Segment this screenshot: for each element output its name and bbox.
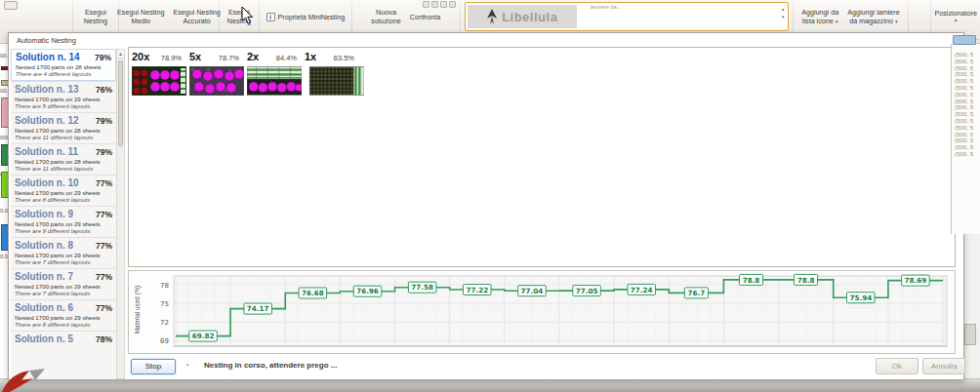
material-used-chart: 6972757869.8274.1776.6876.9677.5877.2277… xyxy=(137,272,953,354)
solution-list: Solution n. 14 79% Nested 1700 parts on … xyxy=(11,49,116,379)
machine-selector[interactable]: Libellula lamiere da... ▴ ▾ xyxy=(465,2,789,31)
svg-text:77.24: 77.24 xyxy=(631,286,653,294)
chevron-down-icon: ▾ xyxy=(955,18,958,24)
svg-text:74.17: 74.17 xyxy=(247,304,269,313)
esegui-nesting-accurato-button[interactable]: Esegui Nesting Accurato xyxy=(170,7,223,26)
nuova-soluzione-button[interactable]: Nuova soluzione xyxy=(368,7,403,26)
svg-text:75: 75 xyxy=(160,300,169,308)
cancel-button[interactable]: Annulla xyxy=(922,358,965,374)
solution-percentage: 77% xyxy=(96,210,112,219)
solution-list-scrollbar[interactable]: ▲ xyxy=(116,49,125,379)
solution-percentage: 76% xyxy=(96,85,112,95)
solution-percentage: 77% xyxy=(96,178,112,188)
solution-name: Solution n. 14 xyxy=(16,52,95,62)
svg-text:78.8: 78.8 xyxy=(797,276,815,285)
svg-text:76.7: 76.7 xyxy=(687,289,705,297)
svg-text:76.96: 76.96 xyxy=(356,287,379,295)
sheet-thumbnail-5x[interactable] xyxy=(189,66,244,96)
proprieta-mininesting-button[interactable]: i Proprietà MiniNesting xyxy=(264,12,348,22)
solution-name: Solution n. 8 xyxy=(15,240,96,251)
dialog-title: Automatic Nesting xyxy=(17,36,76,45)
svg-text:78: 78 xyxy=(160,282,169,290)
sheet-thumbnail-1x[interactable] xyxy=(309,66,364,96)
screen: Esegui Nesting Modo B... Esegui Nesting … xyxy=(0,0,980,392)
ok-button[interactable]: Ok xyxy=(876,358,919,374)
machine-spinner[interactable]: ▴ ▾ xyxy=(782,7,785,20)
solution-name: Solution n. 10 xyxy=(15,177,96,188)
background-scrollbar-fragment xyxy=(964,324,976,345)
solution-list-item[interactable]: Solution n. 11 79% Nested 1700 parts on … xyxy=(11,143,116,175)
svg-text:77.05: 77.05 xyxy=(576,287,598,295)
tool-icon[interactable] xyxy=(449,1,456,8)
svg-text:77.22: 77.22 xyxy=(466,286,488,294)
solution-parts-info: Nested 1700 parts on 29 sheets xyxy=(15,314,112,321)
material-used-chart-panel: Material used (%) 6972757869.8274.1776.6… xyxy=(128,270,956,354)
svg-text:69: 69 xyxy=(160,337,169,345)
sheet-thumbnail-20x[interactable] xyxy=(132,66,186,96)
solution-layouts-info: There are 9 different layouts xyxy=(15,227,112,234)
solution-parts-info: Nested 1700 parts on 29 sheets xyxy=(15,96,112,102)
solution-percentage: 79% xyxy=(96,116,112,126)
chevron-down-icon[interactable]: ▾ xyxy=(782,15,785,20)
stop-button[interactable]: Stop xyxy=(131,359,176,374)
solution-layouts-info: There are 8 different layouts xyxy=(15,321,112,328)
machine-note: lamiere da... xyxy=(591,4,622,10)
confronta-button[interactable]: Confronta xyxy=(407,12,444,22)
solution-name: Solution n. 12 xyxy=(15,115,96,126)
solution-list-item[interactable]: Solution n. 7 77% Nested 1700 parts on 2… xyxy=(11,268,116,299)
solution-list-item[interactable]: Solution n. 5 78% xyxy=(11,331,116,347)
solution-parts-info: Nested 1700 parts on 28 sheets xyxy=(15,158,112,165)
solution-parts-info: Nested 1700 parts on 29 sheets xyxy=(15,252,112,258)
solution-layouts-info: There are 11 different layouts xyxy=(15,134,112,140)
aggiungi-lamiere-da-magazzino-button[interactable]: Aggiungi lamiere da magazzino ▾ xyxy=(844,7,903,26)
solution-percentage: 78% xyxy=(96,334,112,344)
solution-list-item[interactable]: Solution n. 9 77% Nested 1700 parts on 2… xyxy=(11,206,116,237)
aggiungi-da-lista-icone-button[interactable]: Aggiungi da lista icone ▾ xyxy=(798,7,841,26)
solution-parts-info: Nested 1700 parts on 29 sheets xyxy=(15,220,112,227)
solution-parts-info: Nested 1700 parts on 28 sheets xyxy=(15,127,112,134)
tool-icon[interactable] xyxy=(431,1,438,8)
background-sheet-list: (500, 5(500, 5(500, 5(500, 5(500, 5(500,… xyxy=(951,44,980,234)
solution-parts-info: Nested 1700 parts on 29 sheets xyxy=(15,189,112,196)
chevron-down-icon: ▾ xyxy=(836,19,838,24)
posizionatore-button[interactable]: Posizionatore ▾ xyxy=(931,8,980,25)
tool-icon[interactable] xyxy=(423,1,429,8)
svg-text:69.82: 69.82 xyxy=(192,332,215,340)
solution-percentage: 77% xyxy=(96,241,112,251)
svg-text:77.04: 77.04 xyxy=(521,287,544,295)
solution-parts-info: Nested 1700 parts on 28 sheets xyxy=(16,63,111,70)
automatic-nesting-dialog: Automatic Nesting Solution n. 14 79% Nes… xyxy=(8,32,964,380)
sheet-thumbnails xyxy=(132,66,364,96)
solution-name: Solution n. 5 xyxy=(15,333,96,344)
solution-list-item[interactable]: Solution n. 14 79% Nested 1700 parts on … xyxy=(11,49,116,81)
solution-percentage: 79% xyxy=(96,147,112,157)
solution-percentage: 79% xyxy=(95,53,111,62)
scrollbar-thumb[interactable] xyxy=(118,60,123,146)
app-icon xyxy=(4,1,18,10)
chevron-up-icon[interactable]: ▴ xyxy=(782,7,785,12)
svg-text:72: 72 xyxy=(160,319,169,327)
solution-list-item[interactable]: Solution n. 12 79% Nested 1700 parts on … xyxy=(11,112,116,143)
tool-icon[interactable] xyxy=(440,1,447,8)
solution-list-item[interactable]: Solution n. 8 77% Nested 1700 parts on 2… xyxy=(11,237,116,268)
mouse-cursor xyxy=(241,6,254,24)
solution-layouts-info: There are 7 different layouts xyxy=(15,290,112,296)
solution-layouts-info: There are 11 different layouts xyxy=(15,165,112,172)
background-fragment xyxy=(953,35,976,45)
scale-header-row: 20x 78.9% 5x 78.7% 2x 84.4% 1x 63.5% xyxy=(132,51,362,62)
scale-cell-5x: 5x 78.7% xyxy=(189,51,247,62)
solution-layouts-info: There are 5 different layouts xyxy=(15,102,112,109)
solution-name: Solution n. 9 xyxy=(15,209,96,219)
sheet-thumbnail-2x[interactable] xyxy=(247,66,302,96)
svg-text:76.68: 76.68 xyxy=(302,289,324,297)
solution-list-item[interactable]: Solution n. 6 77% Nested 1700 parts on 2… xyxy=(11,299,116,331)
solution-name: Solution n. 13 xyxy=(15,84,96,95)
scroll-up-icon[interactable]: ▲ xyxy=(117,50,124,59)
solution-name: Solution n. 11 xyxy=(15,146,96,157)
esegui-nesting-modo-button[interactable]: Esegui Nesting xyxy=(81,7,110,26)
esegui-nesting-medio-button[interactable]: Esegui Nesting Medio xyxy=(114,7,167,26)
scale-cell-20x: 20x 78.9% xyxy=(132,51,189,62)
solution-list-item[interactable]: Solution n. 13 76% Nested 1700 parts on … xyxy=(11,81,116,112)
libellula-arrow-glyph xyxy=(486,9,498,24)
solution-list-item[interactable]: Solution n. 10 77% Nested 1700 parts on … xyxy=(11,175,116,206)
